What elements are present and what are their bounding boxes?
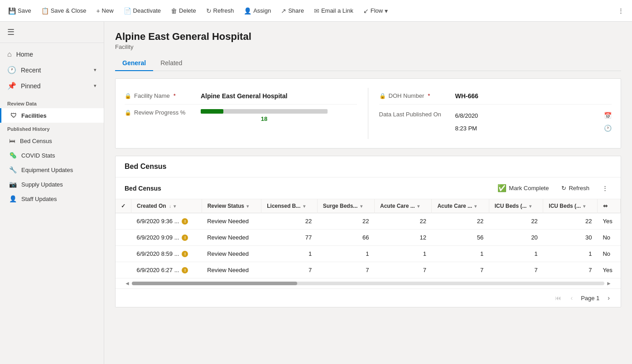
sidebar-item-label: COVID Stats	[21, 152, 55, 159]
review-progress-container: 18	[201, 109, 357, 122]
published-time: 8:23 PM	[455, 125, 477, 132]
col-icu-beds-1[interactable]: ICU Beds (... ▾	[489, 199, 543, 213]
calendar-icon[interactable]: 📅	[604, 112, 612, 119]
table-row[interactable]: 6/9/2020 9:36 ... ! Review Needed 22 22 …	[116, 213, 621, 230]
hamburger-button[interactable]: ☰	[5, 25, 16, 39]
mark-complete-button[interactable]: ✅ Mark Complete	[494, 182, 552, 194]
row-checkbox[interactable]	[116, 262, 131, 278]
progress-bar-fill	[201, 109, 223, 114]
tab-related[interactable]: Related	[153, 56, 189, 71]
sidebar-item-facilities[interactable]: 🛡 Facilities	[0, 108, 104, 123]
data-published-field: Data Last Published On 6/8/2020 📅 8:23 P…	[379, 105, 612, 139]
save-close-button[interactable]: 📋 Save & Close	[37, 5, 91, 17]
cell-acute-care-1: 22	[375, 213, 432, 230]
tab-general[interactable]: General	[115, 56, 153, 71]
new-button[interactable]: + New	[92, 5, 118, 17]
new-icon: +	[96, 7, 100, 14]
bed-census-table: ✓ Created On ↓ ▾ Review Status ▾	[116, 199, 621, 278]
table-row[interactable]: 6/9/2020 6:27 ... ! Review Needed 7 7 7 …	[116, 262, 621, 278]
scroll-right-arrow[interactable]: ►	[606, 280, 612, 287]
cell-acute-care-1: 12	[375, 230, 432, 246]
col-acute-care-2[interactable]: Acute Care ... ▾	[432, 199, 489, 213]
chevron-icon: ▾	[246, 204, 249, 209]
deactivate-icon: 📄	[124, 7, 131, 14]
email-link-button[interactable]: ✉ Email a Link	[309, 5, 358, 17]
sidebar-item-home[interactable]: ⌂ Home	[0, 47, 104, 62]
row-checkbox[interactable]	[116, 213, 131, 230]
cell-licensed-beds: 77	[261, 230, 317, 246]
progress-bar-track	[201, 109, 328, 114]
facility-name-field: 🔒 Facility Name * Alpine East General Ho…	[125, 88, 357, 105]
lock-icon: 🔒	[125, 93, 131, 99]
form-right: 🔒 DOH Number * WH-666 Data Last Publishe…	[368, 88, 612, 139]
bed-census-header: Bed Census	[116, 156, 621, 177]
row-checkbox[interactable]	[116, 230, 131, 246]
col-review-status[interactable]: Review Status ▾	[202, 199, 261, 213]
sidebar-item-label: Equipment Updates	[21, 167, 73, 173]
flow-icon: ↙	[363, 7, 369, 14]
save-button[interactable]: 💾 Save	[4, 5, 36, 17]
equipment-icon: 🔧	[9, 166, 17, 173]
scrollbar-track[interactable]	[132, 282, 604, 285]
save-close-icon: 📋	[41, 7, 49, 14]
share-button[interactable]: ↗ Share	[276, 5, 309, 17]
bed-census-refresh-button[interactable]: ↻ Refresh	[558, 183, 593, 193]
assign-button[interactable]: 👤 Assign	[239, 5, 275, 17]
check-circle-icon: ✅	[497, 184, 507, 192]
cell-extra: No	[597, 230, 620, 246]
cell-created-on: 6/9/2020 9:09 ... !	[131, 230, 202, 246]
content-area: Alpine East General Hospital Facility Ge…	[104, 22, 632, 364]
more-icon: ⋮	[618, 7, 624, 14]
cell-review-status: Review Needed	[202, 230, 261, 246]
refresh-icon: ↻	[206, 7, 212, 14]
section-more-button[interactable]: ⋮	[598, 183, 612, 193]
flow-button[interactable]: ↙ Flow ▾	[359, 5, 392, 17]
checkbox-header: ✓	[116, 199, 131, 213]
scroll-left-arrow[interactable]: ◄	[125, 280, 130, 287]
sidebar-item-supply-updates[interactable]: 📷 Supply Updates	[0, 177, 104, 192]
chevron-icon: ▾	[303, 204, 305, 209]
cell-surge-beds: 66	[317, 230, 374, 246]
sidebar-item-equipment-updates[interactable]: 🔧 Equipment Updates	[0, 163, 104, 177]
email-icon: ✉	[314, 7, 319, 14]
save-icon: 💾	[8, 7, 16, 14]
col-licensed-beds[interactable]: Licensed B... ▾	[261, 199, 317, 213]
col-acute-care-1[interactable]: Acute Care ... ▾	[375, 199, 432, 213]
sidebar: ☰ ⌂ Home 🕐 Recent ▾ 📌 Pinned ▾ Review Da…	[0, 22, 104, 364]
pagination-prev-button[interactable]: ‹	[567, 292, 576, 303]
pagination-next-button[interactable]: ›	[604, 292, 613, 303]
table-row[interactable]: 6/9/2020 8:59 ... ! Review Needed 1 1 1 …	[116, 246, 621, 262]
sidebar-item-covid-stats[interactable]: 🦠 COVID Stats	[0, 148, 104, 163]
cell-acute-care-2: 1	[432, 246, 489, 262]
sidebar-item-staff-updates[interactable]: 👤 Staff Updates	[0, 192, 104, 206]
facility-name-label: Facility Name	[134, 92, 170, 99]
row-checkbox[interactable]	[116, 246, 131, 262]
scrollbar-thumb	[132, 282, 297, 285]
resize-icon: ⇔	[603, 203, 608, 209]
assign-icon: 👤	[244, 7, 251, 14]
published-date: 6/8/2020	[455, 112, 478, 119]
cell-licensed-beds: 7	[261, 262, 317, 278]
chevron-icon: ▾	[360, 204, 362, 209]
col-created-on[interactable]: Created On ↓ ▾	[131, 199, 202, 213]
pagination-first-button[interactable]: ⏮	[551, 292, 565, 303]
chevron-icon: ▾	[174, 204, 176, 209]
cell-icu-beds-2: 30	[543, 230, 598, 246]
sidebar-item-bed-census[interactable]: 🛏 Bed Census	[0, 134, 104, 148]
sidebar-item-recent[interactable]: 🕐 Recent ▾	[0, 62, 104, 78]
main-layout: ☰ ⌂ Home 🕐 Recent ▾ 📌 Pinned ▾ Review Da…	[0, 22, 632, 364]
pagination: ⏮ ‹ Page 1 ›	[116, 288, 621, 307]
sidebar-item-pinned[interactable]: 📌 Pinned ▾	[0, 78, 104, 94]
col-surge-beds[interactable]: Surge Beds... ▾	[317, 199, 374, 213]
delete-button[interactable]: 🗑 Delete	[166, 5, 201, 17]
table-row[interactable]: 6/9/2020 9:09 ... ! Review Needed 77 66 …	[116, 230, 621, 246]
published-history-label: Published History	[0, 123, 104, 134]
review-progress-field: 🔒 Review Progress % 18	[125, 105, 357, 127]
clock-icon[interactable]: 🕐	[604, 125, 612, 132]
published-time-row: 8:23 PM 🕐	[455, 122, 612, 134]
refresh-button[interactable]: ↻ Refresh	[202, 5, 239, 17]
more-options-button[interactable]: ⋮	[613, 5, 628, 17]
deactivate-button[interactable]: 📄 Deactivate	[119, 5, 165, 17]
col-icu-beds-2[interactable]: ICU Beds (... ▾	[543, 199, 598, 213]
chevron-down-icon: ▾	[94, 83, 96, 89]
